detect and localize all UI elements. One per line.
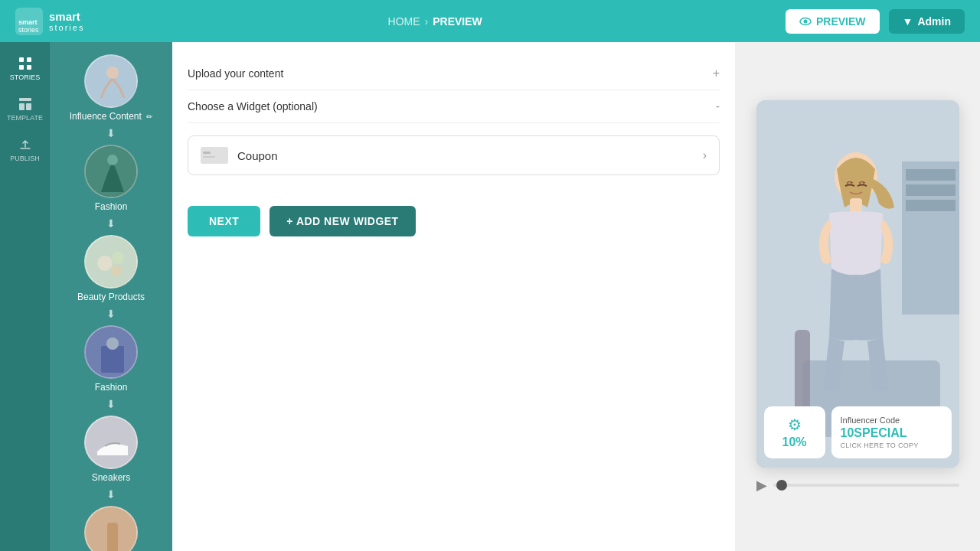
main-layout: STORIES TEMPLATE PUBLISH [0, 42, 980, 551]
story-list-item-influence[interactable]: Influence Content ✏ [50, 50, 172, 126]
svg-rect-11 [26, 103, 31, 110]
story-preview-frame: ⚙ 10% Influencer Code 10SPECIAL CLICK HE… [756, 100, 959, 468]
logo-name: smart [49, 10, 84, 23]
upload-label: Upload your content [188, 67, 283, 80]
svg-rect-9 [19, 98, 31, 101]
story-list: Influence Content ✏ ⬇ Fashion ⬇ [50, 42, 172, 551]
story-label-sneakers: Sneakers [92, 472, 131, 483]
svg-point-18 [112, 252, 124, 264]
svg-point-19 [111, 266, 122, 276]
story-list-item-sneakers[interactable]: Sneakers [50, 411, 172, 487]
story-thumbnail-2 [84, 145, 138, 198]
coupon-widget-overlay: ⚙ 10% Influencer Code 10SPECIAL CLICK HE… [764, 406, 952, 458]
upload-section-row[interactable]: Upload your content + [188, 57, 720, 90]
preview-panel: ⚙ 10% Influencer Code 10SPECIAL CLICK HE… [735, 42, 980, 551]
preview-controls: ▶ [756, 477, 959, 494]
widget-section-row[interactable]: Choose a Widget (optional) - [188, 90, 720, 123]
coupon-widget-card[interactable]: Coupon › [188, 135, 720, 175]
story-thumbnail-5 [84, 416, 138, 469]
story-list-item-beauty[interactable]: Beauty Products [50, 230, 172, 307]
svg-rect-25 [107, 523, 118, 551]
svg-text:smart: smart [18, 18, 38, 26]
coupon-card-icon [201, 147, 228, 164]
preview-button[interactable]: PREVIEW [786, 9, 880, 34]
story-arrow-2: ⬇ [106, 217, 116, 230]
coupon-icon [201, 147, 228, 164]
coupon-gear-icon: ⚙ [788, 416, 802, 434]
logo: smart stories smart stories [15, 8, 84, 35]
svg-rect-5 [19, 57, 24, 62]
story-arrow-3: ⬇ [106, 307, 116, 321]
svg-rect-21 [101, 346, 124, 373]
story-thumbnail-4 [84, 325, 138, 379]
coupon-discount-value: 10% [782, 435, 806, 449]
logo-tagline: stories [49, 23, 84, 32]
logo-icon: smart stories [15, 8, 43, 35]
next-button[interactable]: NEXT [188, 206, 260, 236]
widget-card-left: Coupon [201, 147, 278, 164]
upload-toggle[interactable]: + [713, 67, 720, 80]
svg-point-22 [106, 337, 119, 350]
sidebar-item-template[interactable]: TEMPLATE [0, 90, 50, 128]
nav-links: HOME › PREVIEW [388, 15, 482, 28]
upload-icon [18, 137, 33, 152]
svg-point-15 [107, 155, 118, 165]
coupon-title: Influencer Code [841, 416, 942, 425]
top-navigation: smart stories smart stories HOME › PREVI… [0, 0, 980, 42]
nav-home[interactable]: HOME [388, 15, 420, 28]
widget-label: Choose a Widget (optional) [188, 100, 318, 112]
svg-text:stories: stories [18, 26, 39, 34]
coupon-code-value: 10SPECIAL [841, 426, 942, 440]
action-buttons: NEXT + ADD NEW WIDGET [188, 206, 720, 236]
coupon-code-box[interactable]: Influencer Code 10SPECIAL CLICK HERE TO … [831, 406, 952, 458]
svg-point-4 [804, 19, 808, 23]
svg-rect-10 [19, 103, 24, 110]
widget-toggle[interactable]: - [716, 99, 720, 113]
svg-rect-33 [906, 200, 956, 211]
widget-area: Coupon › [188, 123, 720, 187]
layout-icon [18, 96, 33, 112]
story-list-item-fashion1[interactable]: Fashion [50, 140, 172, 217]
story-thumbnail-6 [84, 506, 138, 551]
widget-card-name: Coupon [237, 149, 278, 162]
svg-rect-8 [27, 65, 31, 70]
story-thumbnail-3 [84, 235, 138, 289]
left-sidebar: STORIES TEMPLATE PUBLISH [0, 42, 50, 551]
admin-button[interactable]: ▼ Admin [889, 9, 965, 34]
playback-dot [776, 480, 787, 491]
sidebar-item-stories[interactable]: STORIES [0, 50, 50, 87]
svg-rect-26 [201, 147, 228, 164]
story-image-5 [86, 417, 138, 469]
svg-rect-27 [203, 152, 211, 154]
svg-point-17 [97, 256, 113, 271]
story-image-1 [86, 56, 138, 108]
story-list-item-fashion2[interactable]: Fashion [50, 321, 172, 397]
svg-rect-28 [203, 156, 215, 158]
story-thumbnail-1 [84, 54, 138, 108]
nav-preview[interactable]: PREVIEW [433, 15, 482, 28]
nav-actions: PREVIEW ▼ Admin [786, 9, 965, 34]
coupon-cta-text: CLICK HERE TO COPY [841, 442, 942, 449]
story-label-influence: Influence Content ✏ [70, 111, 152, 122]
editor-main: Upload your content + Choose a Widget (o… [172, 42, 735, 551]
playback-track[interactable] [773, 484, 959, 487]
story-arrow-5: ⬇ [106, 487, 116, 501]
story-label-fashion2: Fashion [95, 382, 128, 393]
story-image-3 [86, 236, 138, 289]
eye-icon [799, 15, 812, 28]
play-button[interactable]: ▶ [756, 477, 767, 494]
grid-icon [18, 56, 33, 71]
coupon-discount-box: ⚙ 10% [764, 406, 825, 458]
story-label-fashion1: Fashion [95, 201, 128, 212]
story-label-beauty: Beauty Products [77, 292, 145, 302]
svg-rect-32 [906, 184, 956, 196]
sidebar-item-publish[interactable]: PUBLISH [0, 131, 50, 168]
add-widget-button[interactable]: + ADD NEW WIDGET [270, 206, 415, 236]
story-list-item-fashion3[interactable]: Fashion [50, 501, 172, 551]
edit-icon[interactable]: ✏ [146, 112, 152, 121]
svg-point-13 [106, 67, 119, 79]
story-arrow-4: ⬇ [106, 397, 116, 411]
story-image-2 [86, 146, 138, 198]
nav-separator: › [425, 15, 429, 28]
widget-card-chevron: › [703, 148, 707, 162]
